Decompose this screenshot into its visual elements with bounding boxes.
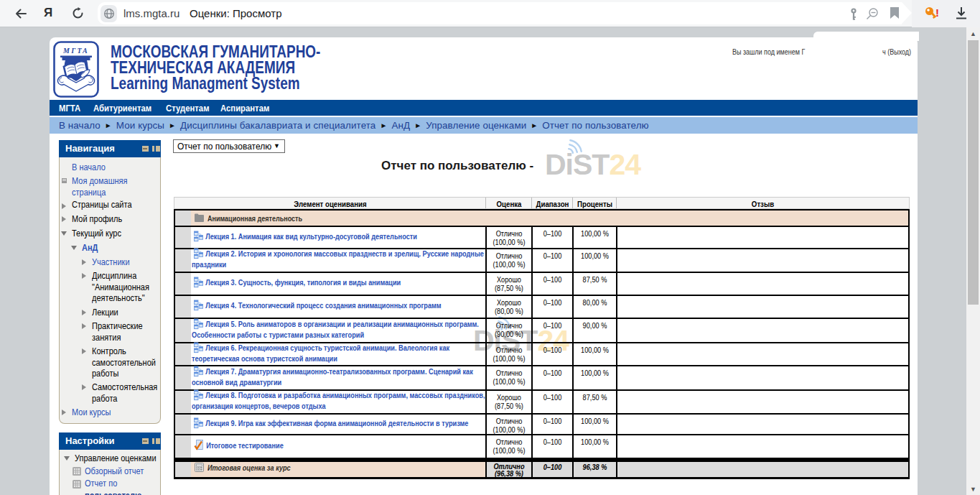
- svg-text:МГТА: МГТА: [62, 47, 89, 55]
- svg-text:!: !: [935, 6, 939, 19]
